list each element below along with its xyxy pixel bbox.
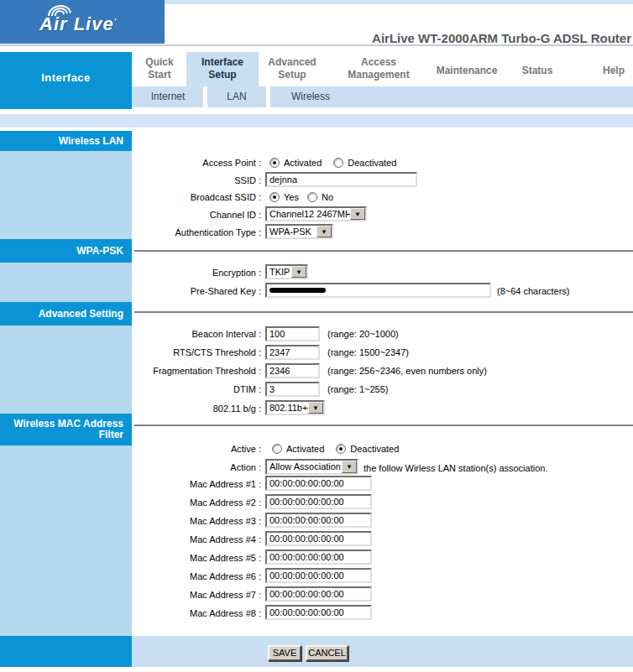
subnav-item-lan[interactable]: LAN <box>207 86 266 107</box>
fragmentation-threshold-hint: (range: 256~2346, even numbers only) <box>327 365 487 377</box>
access-point-deactivated-label: Deactivated <box>348 158 396 168</box>
mac-address-8-input[interactable] <box>265 605 372 620</box>
broadcast-yes-label: Yes <box>284 192 299 202</box>
mac-address-2-label: Mac Address #2 : <box>110 497 261 508</box>
mac-address-6-input[interactable] <box>265 568 372 583</box>
tab-quick-start[interactable]: QuickStart <box>133 56 186 81</box>
dropdown-arrow-icon[interactable]: ▼ <box>308 402 323 414</box>
router-config-page: Air Live’ AirLive WT-2000ARM Turbo-G ADS… <box>0 0 633 672</box>
save-button[interactable]: SAVE <box>268 645 301 661</box>
mac-address-5-label: Mac Address #5 : <box>110 552 261 564</box>
mac-address-7-input[interactable] <box>265 586 372 602</box>
section-heading-advanced-setting: Advanced Setting <box>0 302 132 326</box>
mac-address-1-input[interactable] <box>265 476 372 491</box>
broadcast-ssid-label: Broadcast SSID : <box>110 191 261 203</box>
rts-threshold-label: RTS/CTS Threshold : <box>110 346 261 358</box>
logo-wordmark: Air Live’ <box>39 13 117 35</box>
encryption-label: Encryption : <box>110 267 261 279</box>
beacon-interval-input[interactable] <box>265 326 320 341</box>
mac-address-3-input[interactable] <box>265 513 372 528</box>
active-deactivated-label: Deactivated <box>350 444 399 454</box>
nav-panel-interface: Interface <box>0 52 132 109</box>
pre-shared-key-input[interactable] <box>265 283 491 298</box>
rts-threshold-hint: (range: 1500~2347) <box>327 346 409 358</box>
spacer-band <box>0 114 633 128</box>
access-point-deactivated-radio[interactable] <box>333 158 343 168</box>
beacon-interval-label: Beacon Interval : <box>110 328 261 340</box>
active-deactivated-radio[interactable] <box>336 444 346 454</box>
tab-access-management[interactable]: AccessManagement <box>332 56 425 81</box>
tab-help[interactable]: Help <box>589 65 633 76</box>
broadcast-no-label: No <box>322 192 333 202</box>
section-heading-wpa-psk: WPA-PSK <box>0 239 132 263</box>
active-radio-group: Activated Deactivated <box>272 443 399 455</box>
mac-address-7-label: Mac Address #7 : <box>110 589 261 601</box>
nav-panel-label: Interface <box>0 71 132 84</box>
dropdown-arrow-icon[interactable]: ▼ <box>350 208 365 220</box>
mac-address-3-label: Mac Address #3 : <box>110 515 261 527</box>
section-divider <box>134 311 633 313</box>
mac-address-4-label: Mac Address #4 : <box>110 534 261 545</box>
footer-band <box>132 636 633 667</box>
80211bg-select[interactable]: 802.11b+g ▼ <box>265 400 325 415</box>
tab-maintenance[interactable]: Maintenance <box>425 65 509 76</box>
ssid-input[interactable] <box>265 172 417 187</box>
dtim-label: DTIM : <box>110 383 261 395</box>
access-point-activated-radio[interactable] <box>269 158 280 168</box>
mac-address-8-label: Mac Address #8 : <box>110 607 261 619</box>
tab-advanced-setup[interactable]: AdvancedSetup <box>261 56 323 81</box>
section-divider <box>134 425 633 426</box>
mac-address-5-input[interactable] <box>265 550 372 565</box>
action-select[interactable]: Allow Association ▼ <box>265 459 358 475</box>
action-value: Allow Association <box>267 461 342 473</box>
dropdown-arrow-icon[interactable]: ▼ <box>316 226 332 237</box>
pre-shared-key-label: Pre-Shared Key : <box>110 285 261 297</box>
access-point-label: Access Point : <box>110 157 261 169</box>
auth-type-value: WPA-PSK <box>267 226 316 237</box>
footer-sidebar-band <box>0 636 132 667</box>
tab-interface-setup[interactable]: InterfaceSetup <box>186 56 259 81</box>
fragmentation-threshold-input[interactable] <box>265 363 320 378</box>
dropdown-arrow-icon[interactable]: ▼ <box>291 266 306 278</box>
fragmentation-threshold-label: Fragmentation Threshold : <box>110 365 261 377</box>
section-heading-wireless-lan: Wireless LAN <box>0 131 132 151</box>
action-label: Action : <box>110 461 261 473</box>
active-label: Active : <box>110 443 261 455</box>
broadcast-no-radio[interactable] <box>307 192 317 202</box>
section-heading-mac-filter: Wireless MAC Address Filter <box>0 414 132 445</box>
section-divider <box>134 250 633 252</box>
cancel-button[interactable]: CANCEL <box>306 645 348 661</box>
auth-type-label: Authentication Type : <box>110 227 261 238</box>
dropdown-arrow-icon[interactable]: ▼ <box>342 461 357 473</box>
mac-address-2-input[interactable] <box>265 494 372 509</box>
access-point-activated-label: Activated <box>284 158 322 168</box>
channel-id-select[interactable]: Channel12 2467MHz ▼ <box>265 206 367 221</box>
active-activated-radio[interactable] <box>272 444 282 454</box>
pre-shared-key-hint: (8~64 characters) <box>497 285 570 297</box>
80211bg-value: 802.11b+g <box>267 402 308 414</box>
rts-threshold-input[interactable] <box>265 345 320 360</box>
encryption-select[interactable]: TKIP ▼ <box>265 264 308 279</box>
page-title: AirLive WT-2000ARM Turbo-G ADSL Router <box>285 31 631 45</box>
ssid-label: SSID : <box>110 175 261 186</box>
auth-type-select[interactable]: WPA-PSK ▼ <box>265 224 333 239</box>
access-point-radio-group: Activated Deactivated <box>269 157 396 169</box>
subnav-item-internet[interactable]: Internet <box>134 86 201 107</box>
channel-id-label: Channel ID : <box>110 209 261 221</box>
mac-address-6-label: Mac Address #6 : <box>110 570 261 582</box>
mac-address-1-label: Mac Address #1 : <box>110 478 261 490</box>
beacon-interval-hint: (range: 20~1000) <box>327 328 399 340</box>
80211bg-label: 802.11 b/g : <box>110 403 261 414</box>
masked-password-bar <box>269 288 326 293</box>
dtim-hint: (range: 1~255) <box>327 383 388 395</box>
broadcast-ssid-radio-group: Yes No <box>269 191 333 203</box>
active-activated-label: Activated <box>286 444 324 454</box>
broadcast-yes-radio[interactable] <box>269 192 280 202</box>
encryption-value: TKIP <box>267 266 291 278</box>
mac-address-4-input[interactable] <box>265 531 372 546</box>
subnav-item-wireless[interactable]: Wireless <box>270 86 351 107</box>
tab-status[interactable]: Status <box>512 65 562 76</box>
dtim-input[interactable] <box>265 382 320 397</box>
airlive-logo: Air Live’ <box>0 0 165 44</box>
channel-id-value: Channel12 2467MHz <box>267 208 350 220</box>
